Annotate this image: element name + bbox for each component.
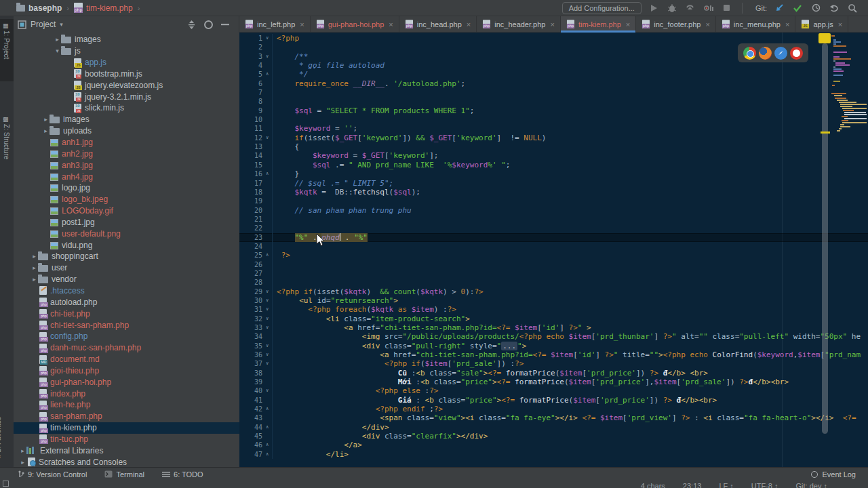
fold-marker-icon[interactable]: ∨ [262, 52, 272, 61]
search-everywhere-icon[interactable] [846, 2, 859, 14]
opera-icon[interactable] [790, 47, 803, 60]
tree-expand-icon[interactable]: ▸ [31, 276, 38, 283]
tree-item-js[interactable]: ▾js [14, 45, 239, 57]
code-line-1[interactable]: 1∨<?php [239, 34, 868, 43]
tab-gui-phan-hoi.php[interactable]: gui-phan-hoi.php× [311, 16, 399, 32]
tree-item-user[interactable]: ▸user [14, 262, 239, 274]
tree-expand-icon[interactable]: ▸ [31, 264, 38, 271]
coverage-icon[interactable] [684, 2, 696, 14]
inspection-status-badge[interactable] [818, 33, 831, 43]
chrome-icon[interactable] [743, 47, 756, 60]
event-log-button[interactable]: Event Log [811, 470, 856, 479]
code-line-6[interactable]: 6 require_once __DIR__. '/autoload.php'; [239, 79, 868, 88]
tree-item-anh2.jpg[interactable]: anh2.jpg [14, 148, 239, 159]
code-line-38[interactable]: 38 Cũ :<b class="sale"><?= formatPrice($… [239, 369, 868, 378]
fold-marker-icon[interactable]: ∧ [262, 450, 272, 459]
code-line-42[interactable]: 42∧ <?php endif ;?> [239, 405, 868, 413]
code-line-17[interactable]: 17 // $sql .= " LIMIT 5"; [239, 179, 868, 188]
code-line-41[interactable]: 41 Giá : <b class="price"><?= formatPric… [239, 396, 868, 405]
code-line-20[interactable]: 20 // san pham phan trung phu [239, 206, 868, 215]
code-line-40[interactable]: 40∨ <?php else :?> [239, 386, 868, 395]
code-line-7[interactable]: 7 [239, 88, 868, 97]
code-line-22[interactable]: 22 [239, 224, 868, 232]
breadcrumb-project[interactable]: basephp [28, 3, 62, 13]
close-tab-icon[interactable]: × [838, 20, 842, 28]
tree-item-tin-tuc.php[interactable]: tin-tuc.php [14, 434, 239, 445]
tree-item-images[interactable]: ▸images [14, 34, 239, 45]
tree-item-anh1.jpg[interactable]: anh1.jpg [14, 137, 239, 148]
fold-marker-icon[interactable]: ∧ [262, 70, 272, 79]
tab-inc_footer.php[interactable]: inc_footer.php× [636, 16, 716, 32]
fold-marker-icon[interactable]: ∧ [262, 169, 272, 178]
tree-expand-icon[interactable]: ▾ [54, 47, 61, 54]
fold-marker-icon[interactable]: ∨ [262, 34, 272, 43]
fold-marker-icon[interactable]: ∨ [262, 323, 272, 332]
code-line-15[interactable]: 15 $sql .= " AND prd_name LIKE '%$keywor… [239, 161, 868, 169]
code-line-9[interactable]: 9 $sql = "SELECT * FROM products WHERE 1… [239, 106, 868, 115]
firefox-icon[interactable] [759, 47, 772, 60]
tree-item-user-default.png[interactable]: user-default.png [14, 228, 239, 239]
debug-icon[interactable] [666, 2, 678, 14]
code-line-26[interactable]: 26 [239, 260, 868, 269]
code-line-39[interactable]: 39 Mới :<b class="price"><?= formatPrice… [239, 378, 868, 386]
code-line-29[interactable]: 29∨<?php if(isset($kqtk) && count($kqtk)… [239, 287, 868, 296]
tree-item-slick.min.js[interactable]: slick.min.js [14, 102, 239, 114]
code-line-23[interactable]: 23 "%" . phqd . "%" [239, 233, 868, 242]
code-line-33[interactable]: 33∨ <a href="chi-tiet-san-pham.php?id=<?… [239, 323, 868, 332]
code-line-16[interactable]: 16∧ } [239, 169, 868, 178]
tab-inc_left.php[interactable]: inc_left.php× [239, 16, 311, 32]
close-tab-icon[interactable]: × [550, 20, 554, 28]
code-line-13[interactable]: 13 { [239, 142, 868, 151]
tree-item-Scratches and Consoles[interactable]: ▸Scratches and Consoles [14, 456, 239, 467]
tree-item-document.md[interactable]: document.md [14, 354, 239, 365]
close-tab-icon[interactable]: × [300, 20, 304, 28]
sidebar-item-structure[interactable]: ▩ Z: Structure [0, 113, 14, 180]
code-line-10[interactable]: 10 [239, 115, 868, 124]
tree-item-app.js[interactable]: app.js [14, 57, 239, 68]
run-icon[interactable] [648, 2, 660, 14]
close-tab-icon[interactable]: × [626, 20, 630, 28]
git-update-icon[interactable] [773, 2, 785, 14]
fold-marker-icon[interactable]: ∨ [262, 359, 272, 368]
tree-expand-icon[interactable]: ▸ [42, 127, 50, 134]
tree-item-config.php[interactable]: config.php [14, 331, 239, 342]
code-line-32[interactable]: 32∨ <li class="item-product-search"> [239, 314, 868, 323]
tree-item-logo_bk.jpeg[interactable]: logo_bk.jpeg [14, 194, 239, 205]
gear-icon[interactable] [204, 20, 213, 29]
tab-app.js[interactable]: app.js× [795, 16, 848, 32]
fold-marker-icon[interactable]: ∨ [262, 386, 272, 395]
code-line-35[interactable]: 35∨ <div class="pull-right" style="..."> [239, 342, 868, 350]
git-commit-icon[interactable] [791, 2, 804, 14]
tree-item-jquery-3.2.1.min.js[interactable]: jquery-3.2.1.min.js [14, 91, 239, 102]
code-line-25[interactable]: 25∧ ?> [239, 251, 868, 260]
code-line-18[interactable]: 18 $kqtk = DB::fetchsql($sql); [239, 188, 868, 197]
code-line-34[interactable]: 34 <img src="/public/uploads/products/<?… [239, 332, 868, 341]
tree-item-chi-tiet.php[interactable]: chi-tiet.php [14, 308, 239, 319]
scrollbar-thumb[interactable] [822, 43, 828, 434]
tree-item-anh3.jpg[interactable]: anh3.jpg [14, 159, 239, 171]
tree-item-danh-muc-san-pham.php[interactable]: danh-muc-san-pham.php [14, 342, 239, 354]
tree-item-bootstrap.min.js[interactable]: bootstrap.min.js [14, 68, 239, 80]
code-line-44[interactable]: 44∧ </div> [239, 423, 868, 432]
code-line-37[interactable]: 37∨ <?php if($item['prd_sale']) :?> [239, 359, 868, 368]
fold-marker-icon[interactable]: ∨ [262, 134, 272, 142]
fold-marker-icon[interactable]: ∧ [262, 405, 272, 413]
tree-item-shoppingcart[interactable]: ▸shoppingcart [14, 251, 239, 262]
profiler-icon[interactable] [703, 2, 715, 14]
tree-item-images[interactable]: ▸images [14, 114, 239, 125]
editor-scrollbar[interactable] [821, 33, 830, 467]
code-line-36[interactable]: 36∨ <a href="chi-tiet-san-pham.php?id=<?… [239, 350, 868, 359]
code-editor[interactable]: 1∨<?php23∨ /**4 * gọi file autoload5∧ */… [239, 33, 868, 467]
code-line-31[interactable]: 31∨ <?php foreach($kqtk as $item) :?> [239, 305, 868, 314]
close-tab-icon[interactable]: × [389, 20, 393, 28]
tree-expand-icon[interactable]: ▸ [19, 447, 26, 454]
tree-item-post1.jpg[interactable]: post1.jpg [14, 217, 239, 228]
fold-marker-icon[interactable]: ∨ [262, 287, 272, 296]
status-item[interactable]: 4 chars [641, 482, 665, 488]
code-line-5[interactable]: 5∧ */ [239, 70, 868, 79]
tool-window-toggle-icon[interactable] [3, 481, 9, 487]
status-item[interactable]: Git: dev ↕ [796, 482, 827, 488]
status-item[interactable]: UTF-8 ↕ [751, 482, 778, 488]
tab-inc_head.php[interactable]: inc_head.php× [399, 16, 477, 32]
tree-item-LOGObday.gif[interactable]: LOGObday.gif [14, 205, 239, 217]
